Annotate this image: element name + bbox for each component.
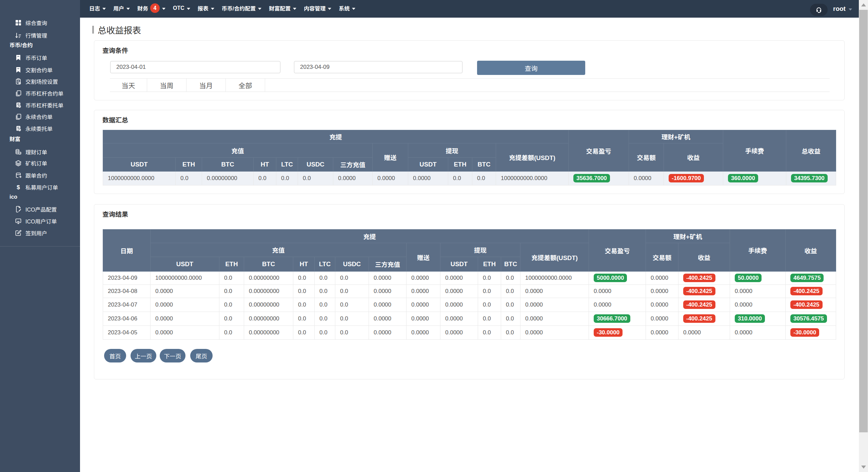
svg-text:$: $ [17, 184, 20, 191]
